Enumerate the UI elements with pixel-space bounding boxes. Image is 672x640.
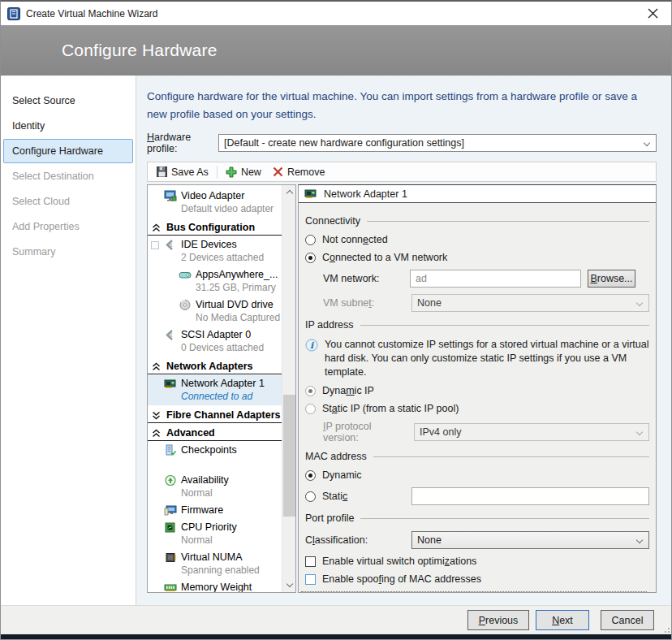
wizard-step-item[interactable]: Select Source	[3, 89, 133, 113]
dynamic-ip-radio	[305, 386, 316, 396]
tree-item[interactable]: Availability Normal	[148, 472, 282, 502]
tree-item[interactable]: IDE Devices 2 Devices attached	[148, 236, 282, 266]
connected-radio[interactable]	[305, 253, 316, 263]
static-ip-radio	[305, 404, 316, 414]
hardware-profile-label: Hardware profile:	[147, 132, 218, 154]
hardware-profile-dropdown[interactable]: [Default - create new hardware configura…	[218, 134, 657, 152]
mac-dynamic-radio[interactable]	[305, 470, 316, 481]
tree-item-label: AppsAnywhere_...	[196, 268, 278, 281]
step-label: Add Properties	[12, 221, 80, 232]
ip-address-section-header: IP address	[305, 319, 649, 331]
wizard-footer: Previous Next Cancel	[1, 605, 671, 634]
classification-label: Classification:	[305, 534, 403, 546]
chevron-down-icon	[286, 581, 292, 587]
tree-item[interactable]: Network Adapter 1 Connected to ad	[148, 375, 282, 405]
firmware-icon	[164, 504, 177, 517]
tree-item-label: IDE Devices	[181, 238, 264, 251]
chevron-double-icon	[152, 411, 161, 420]
scrollbar-thumb[interactable]	[283, 395, 295, 517]
tree-item-label: Availability	[181, 474, 229, 486]
wizard-step-item[interactable]: Add Properties	[3, 214, 133, 239]
tree-item[interactable]: SCSI Adapter 0 0 Devices attached	[148, 326, 282, 357]
tree-item-sublabel: Spanning enabled	[181, 564, 260, 577]
dvd-disc-icon	[179, 299, 192, 311]
new-button[interactable]: New	[220, 163, 267, 180]
close-icon	[648, 8, 658, 19]
tree-item-label: Virtual NUMA	[181, 551, 260, 564]
tree-item-label: Network Adapter 1	[181, 377, 265, 390]
tree-item[interactable]: Memory Weight Normal	[148, 579, 282, 592]
not-connected-label: Not connected	[322, 234, 388, 245]
browse-button[interactable]: Browse...	[588, 270, 635, 288]
previous-button[interactable]: Previous	[467, 610, 529, 630]
tree-item[interactable]: Firmware	[148, 502, 282, 519]
wizard-step-item[interactable]: Identity	[3, 114, 133, 138]
tree-item[interactable]: Virtual NUMA Spanning enabled	[148, 549, 282, 579]
virtual-switch-optimizations-checkbox[interactable]	[305, 556, 316, 567]
mac-static-option[interactable]: Static	[305, 487, 649, 505]
ip-info-text: You cannot customize IP settings for a s…	[325, 338, 649, 379]
save-as-button[interactable]: Save As	[151, 163, 214, 180]
guest-specified-ip-option[interactable]: Enable guest specified IP addresses	[301, 591, 647, 592]
close-button[interactable]	[639, 2, 666, 25]
tree-item[interactable]: Checkpoints	[148, 442, 282, 459]
resize-grip[interactable]	[661, 625, 670, 633]
not-connected-radio[interactable]	[305, 235, 316, 245]
tree-item[interactable]: AppsAnywhere_... 31.25 GB, Primary	[148, 266, 282, 296]
tree-section-header[interactable]: Network Adapters	[148, 357, 282, 374]
tree-item[interactable]: Video Adapter Default video adapter	[148, 188, 282, 218]
dynamic-ip-label: Dynamic IP	[322, 385, 374, 396]
static-ip-option: Static IP (from a static IP pool)	[305, 403, 649, 414]
next-label: Next	[552, 615, 573, 626]
cancel-button[interactable]: Cancel	[601, 610, 654, 630]
tree-item-icon	[164, 378, 177, 390]
connected-option[interactable]: Connected to a VM network	[305, 252, 649, 263]
wizard-step-item[interactable]: Select Cloud	[3, 189, 133, 214]
mac-spoofing-option[interactable]: Enable spoofing of MAC addresses	[305, 573, 649, 585]
tree-scrollbar[interactable]	[282, 185, 295, 592]
connectivity-section-header: Connectivity	[305, 215, 649, 227]
wizard-step-item[interactable]: Configure Hardware	[3, 139, 133, 163]
tree-item-sublabel: 0 Devices attached	[181, 341, 264, 354]
static-ip-label: Static IP (from a static IP pool)	[322, 403, 459, 414]
mac-static-input[interactable]	[411, 487, 649, 505]
mac-static-radio[interactable]	[305, 491, 316, 502]
tree-section-header[interactable]: Advanced	[148, 424, 282, 441]
scroll-down-button[interactable]	[282, 578, 296, 592]
connectivity-label: Connectivity	[305, 215, 360, 227]
create-vm-wizard-window: Create Virtual Machine Wizard Configure …	[0, 0, 672, 640]
tree-item[interactable]: Virtual DVD drive No Media Captured	[148, 296, 282, 326]
tree-expander[interactable]	[151, 241, 159, 249]
tree-section-header[interactable]: Fibre Channel Adapters	[148, 406, 282, 423]
classification-dropdown[interactable]: None	[411, 531, 649, 549]
wizard-step-item[interactable]: Select Destination	[3, 164, 133, 188]
not-connected-option[interactable]: Not connected	[305, 234, 649, 245]
mac-dynamic-option[interactable]: Dynamic	[305, 469, 649, 481]
remove-label: Remove	[287, 166, 325, 178]
tree-item-icon	[164, 239, 177, 251]
vm-network-input[interactable]	[410, 270, 581, 288]
remove-button[interactable]: Remove	[267, 163, 331, 180]
tree-item-icon	[179, 269, 192, 281]
tree-item-label: SCSI Adapter 0	[181, 328, 264, 341]
section-rule	[373, 456, 649, 457]
ip-protocol-value: IPv4 only	[420, 426, 461, 438]
ip-protocol-dropdown: IPv4 only	[414, 423, 649, 441]
tree-item-icon	[179, 299, 192, 311]
next-button[interactable]: Next	[536, 610, 589, 630]
profile-toolbar: Save As New Remove	[147, 162, 657, 182]
adapter-detail-panel: Network Adapter 1 Connectivity Not conne…	[298, 184, 657, 593]
tree-item[interactable]: CPU Priority Normal	[148, 519, 282, 549]
chevron-double-icon	[152, 429, 161, 438]
ip-info-note: i You cannot customize IP settings for a…	[305, 338, 649, 379]
new-label: New	[241, 166, 261, 178]
tree-item-icon	[164, 474, 177, 486]
mac-spoofing-checkbox[interactable]	[305, 574, 316, 585]
wizard-step-item[interactable]: Summary	[3, 240, 133, 264]
virtual-switch-optimizations-option[interactable]: Enable virtual switch optimizations	[305, 556, 649, 567]
tree-section-header[interactable]: Bus Configuration	[148, 218, 282, 236]
tree-item-sublabel: 31.25 GB, Primary	[196, 281, 278, 294]
mac-address-section-header: MAC address	[305, 451, 649, 462]
tree-item-sublabel: Connected to ad	[181, 390, 265, 403]
scroll-up-button[interactable]	[282, 185, 296, 199]
